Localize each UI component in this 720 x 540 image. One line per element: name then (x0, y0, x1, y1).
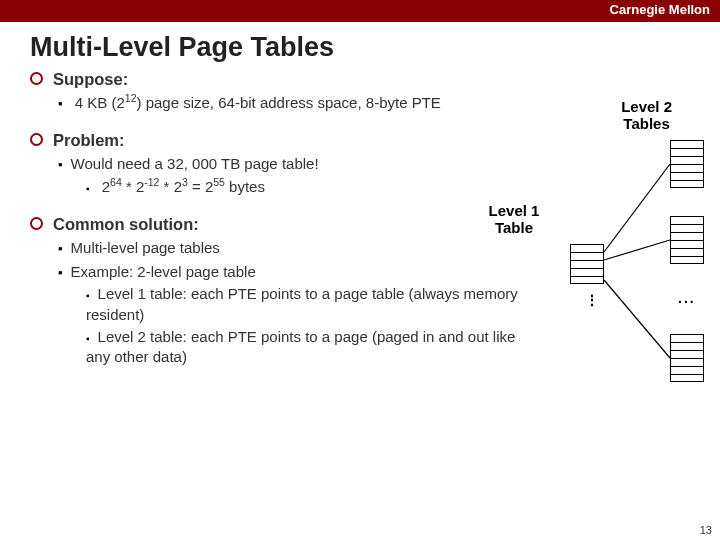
problem-head: Problem: (30, 131, 530, 150)
brand-text: Carnegie Mellon (610, 2, 710, 17)
solution-item2a: Level 1 table: each PTE points to a page… (86, 284, 526, 325)
svg-line-0 (604, 164, 670, 252)
t: * 2 (159, 178, 182, 195)
t: -12 (144, 176, 159, 188)
level2-table-box-3 (670, 334, 704, 382)
level2-table-box-1 (670, 140, 704, 188)
t: 12 (125, 92, 137, 104)
section-suppose: Suppose: 4 KB (212) page size, 64-bit ad… (30, 70, 530, 113)
solution-head: Common solution: (30, 215, 530, 234)
header-bar: Carnegie Mellon (0, 0, 720, 22)
vertical-ellipsis: ⋮ (585, 292, 599, 308)
suppose-head: Suppose: (30, 70, 530, 89)
level1-table-box (570, 244, 604, 284)
level2-label-line1: Level 2 (621, 98, 672, 115)
t: = 2 (188, 178, 213, 195)
level2-table-box-2 (670, 216, 704, 264)
solution-item1: Multi-level page tables (58, 238, 530, 258)
problem-item1: Would need a 32, 000 TB page table! (58, 154, 530, 174)
t: 4 KB (2 (75, 94, 125, 111)
svg-line-2 (604, 280, 670, 358)
t: bytes (225, 178, 265, 195)
section-problem: Problem: Would need a 32, 000 TB page ta… (30, 131, 530, 197)
solution-item2b: Level 2 table: each PTE points to a page… (86, 327, 526, 368)
horizontal-ellipsis: ... (678, 290, 696, 306)
svg-line-1 (604, 240, 670, 260)
diagram: ⋮ ... (500, 140, 720, 400)
t: ) page size, 64-bit address space, 8-byt… (137, 94, 441, 111)
level2-label-line2: Tables (623, 115, 669, 132)
t: 55 (213, 176, 225, 188)
suppose-item1: 4 KB (212) page size, 64-bit address spa… (58, 93, 530, 113)
t: * 2 (122, 178, 145, 195)
page-number: 13 (700, 524, 712, 536)
level2-label: Level 2 Tables (621, 98, 672, 133)
t: 2 (102, 178, 110, 195)
t: 64 (110, 176, 122, 188)
section-solution: Common solution: Multi-level page tables… (30, 215, 530, 368)
solution-item2: Example: 2-level page table (58, 262, 530, 282)
problem-item2: 264 * 2-12 * 23 = 255 bytes (86, 177, 530, 197)
slide-title: Multi-Level Page Tables (30, 32, 720, 63)
content-area: Suppose: 4 KB (212) page size, 64-bit ad… (30, 70, 530, 385)
